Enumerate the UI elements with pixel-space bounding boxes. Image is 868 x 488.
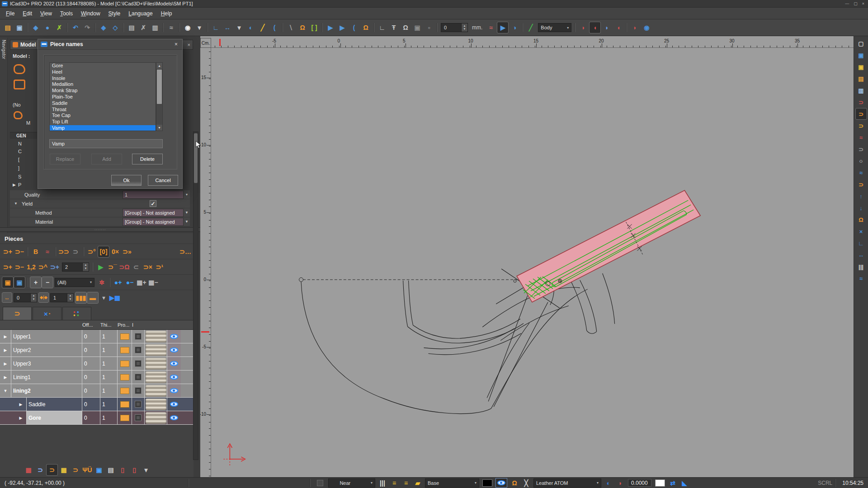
piece-name-item[interactable]: Medallion bbox=[50, 81, 156, 88]
open-icon[interactable]: ▤ bbox=[2, 22, 13, 33]
piece-shape-icon-2[interactable] bbox=[14, 80, 25, 89]
guide-points-icon[interactable]: ∟ bbox=[210, 22, 221, 33]
spinner-down-icon[interactable]: ▼ bbox=[462, 28, 467, 31]
method-value[interactable]: [Group] - Not assigned bbox=[123, 209, 184, 217]
eye-icon[interactable] bbox=[170, 361, 178, 366]
h-offset-value[interactable]: 0 bbox=[14, 293, 31, 302]
color-swatch[interactable] bbox=[120, 347, 129, 353]
panel-scrollbar[interactable] bbox=[193, 131, 198, 460]
piece-add-icon[interactable]: ⊃+ bbox=[2, 246, 13, 257]
piece-name[interactable]: Upper2 bbox=[11, 343, 82, 357]
quality-value[interactable]: 1 bbox=[123, 191, 184, 199]
tools-icon[interactable]: ╳ bbox=[521, 478, 532, 488]
eraser-add-icon[interactable]: ◇ bbox=[110, 22, 121, 33]
scroll-down-icon[interactable]: ▼ bbox=[156, 125, 162, 131]
layer-select[interactable]: Base ▾ bbox=[425, 479, 479, 488]
material-thumb-cell[interactable] bbox=[145, 384, 167, 397]
piece-color-cell[interactable] bbox=[118, 357, 132, 370]
material-thumb-cell[interactable] bbox=[145, 411, 167, 424]
pointer-delete-icon[interactable]: ▶ bbox=[325, 22, 336, 33]
expand-icon[interactable]: ▶ bbox=[15, 398, 27, 411]
property-row-method[interactable]: Method [Group] - Not assigned ▼ bbox=[10, 208, 190, 217]
tab-pieces[interactable]: ⊃ bbox=[3, 307, 32, 320]
eye-icon[interactable] bbox=[170, 347, 178, 352]
piece-name-input[interactable]: Vamp bbox=[49, 139, 163, 148]
curve-add-icon[interactable]: ≈ bbox=[856, 273, 867, 284]
piece-offset[interactable]: 0 bbox=[82, 384, 100, 397]
paste-icon[interactable]: ▥ bbox=[150, 22, 160, 33]
piece-flag-cell[interactable] bbox=[132, 384, 145, 397]
model-panel-close-icon[interactable]: × bbox=[188, 42, 190, 47]
offset-spinner[interactable]: 0 ▲▼ bbox=[441, 23, 468, 32]
piece-flag-cell[interactable] bbox=[132, 371, 145, 384]
menu-edit[interactable]: Edit bbox=[19, 9, 36, 18]
shoe-cost-icon[interactable]: ◗ bbox=[615, 478, 626, 488]
menu-view[interactable]: View bbox=[36, 9, 56, 18]
piece-offset[interactable]: 0 bbox=[82, 330, 100, 343]
piece-add-2-icon[interactable]: ⊃+ bbox=[2, 262, 13, 272]
pieces-filter-select[interactable]: (All) ▾ bbox=[55, 278, 94, 287]
material-thumb-cell[interactable] bbox=[145, 371, 167, 384]
eye-icon[interactable] bbox=[170, 334, 178, 339]
h-offset-arrows[interactable]: ▲▼ bbox=[31, 293, 37, 302]
copy-icon[interactable]: ▤ bbox=[126, 22, 137, 33]
piece-red-flat-icon[interactable]: ◗ bbox=[578, 22, 589, 33]
material-thumb-cell[interactable] bbox=[145, 357, 167, 370]
piece-curve-gray-icon[interactable]: ⊂ bbox=[131, 262, 142, 272]
status-checkbox[interactable] bbox=[317, 480, 323, 486]
unlock-icon[interactable]: Ω bbox=[856, 214, 867, 225]
small-box-icon[interactable]: ▫ bbox=[424, 22, 434, 33]
offset-spinner-value[interactable]: 0 bbox=[441, 23, 462, 32]
piece-outline-icon[interactable]: ⊃ bbox=[856, 97, 867, 108]
color-swatch[interactable] bbox=[120, 388, 129, 394]
color-swatch[interactable] bbox=[120, 333, 129, 340]
maximize-button[interactable]: ▢ bbox=[854, 1, 858, 6]
sphere-icon[interactable]: ◐ bbox=[245, 22, 256, 33]
piece-thickness[interactable]: 1 bbox=[100, 343, 118, 357]
offset-spinner-arrows[interactable]: ▲▼ bbox=[462, 23, 468, 32]
piece-offset[interactable]: 0 bbox=[82, 371, 100, 384]
palette-view-icon[interactable]: ▦ bbox=[58, 465, 69, 475]
pan-hand-icon[interactable]: ◈ bbox=[30, 22, 41, 33]
piece-thickness[interactable]: 1 bbox=[100, 357, 118, 370]
piece-flag-cell[interactable] bbox=[132, 357, 145, 370]
expand-icon[interactable]: ▶ bbox=[0, 330, 11, 343]
flag-checkbox[interactable] bbox=[135, 347, 142, 353]
save-icon[interactable]: ▣ bbox=[14, 22, 25, 33]
piece-name-item[interactable]: Vamp bbox=[50, 125, 156, 131]
spinner-up-icon[interactable]: ▲ bbox=[67, 294, 73, 297]
piece-flag-cell[interactable] bbox=[132, 398, 145, 411]
table-remove-icon[interactable]: ▦− bbox=[148, 277, 159, 288]
piece-angle-icon[interactable]: ⊃^ bbox=[38, 262, 48, 272]
table-row-gore[interactable]: ▶ Gore 0 1 bbox=[0, 411, 193, 425]
piece-color-cell[interactable] bbox=[118, 343, 132, 357]
pencil-icon[interactable]: ╱ bbox=[257, 22, 268, 33]
eye-icon[interactable] bbox=[170, 402, 178, 407]
sync-icon[interactable]: ◐ bbox=[603, 478, 614, 488]
doc-tis-icon[interactable]: ▯ bbox=[129, 465, 140, 475]
table-row-upper3[interactable]: ▶ Upper3 0 1 bbox=[0, 357, 193, 371]
piece-solid-icon[interactable]: ⊃ bbox=[856, 108, 867, 119]
piece-zero-visible-icon[interactable]: [0] bbox=[98, 246, 109, 257]
cut-icon[interactable]: ✗ bbox=[138, 22, 149, 33]
panel-splitter[interactable]: ······· bbox=[0, 227, 200, 232]
background-color-swatch[interactable] bbox=[482, 479, 492, 487]
v-offset-arrows[interactable]: ▲▼ bbox=[67, 293, 74, 302]
piece-cut-icon[interactable]: ⊃× bbox=[142, 262, 153, 272]
visibility-cell[interactable] bbox=[167, 398, 181, 411]
ok-button[interactable]: Ok bbox=[111, 175, 142, 186]
pattern-drawing[interactable] bbox=[211, 48, 854, 477]
piece-name-item[interactable]: Gore bbox=[50, 63, 156, 69]
piece-outline-view-icon[interactable]: ⊃ bbox=[35, 465, 46, 475]
window-fit-icon[interactable]: ▣ bbox=[856, 50, 867, 61]
add-button[interactable]: Add bbox=[91, 154, 122, 164]
snip-icon[interactable]: ✗ bbox=[54, 22, 65, 33]
spinner-down-icon[interactable]: ▼ bbox=[83, 267, 89, 270]
undo-icon[interactable]: ↶ bbox=[70, 22, 81, 33]
tab-colors[interactable]: ● ● ● ● bbox=[62, 307, 91, 320]
copies-spinner-arrows[interactable]: ▲▼ bbox=[83, 263, 89, 272]
arc-icon[interactable]: ( bbox=[269, 22, 280, 33]
eraser-icon[interactable]: ◆ bbox=[98, 22, 109, 33]
gray-box-icon[interactable]: ▣ bbox=[412, 22, 423, 33]
menu-help[interactable]: Help bbox=[157, 9, 176, 18]
